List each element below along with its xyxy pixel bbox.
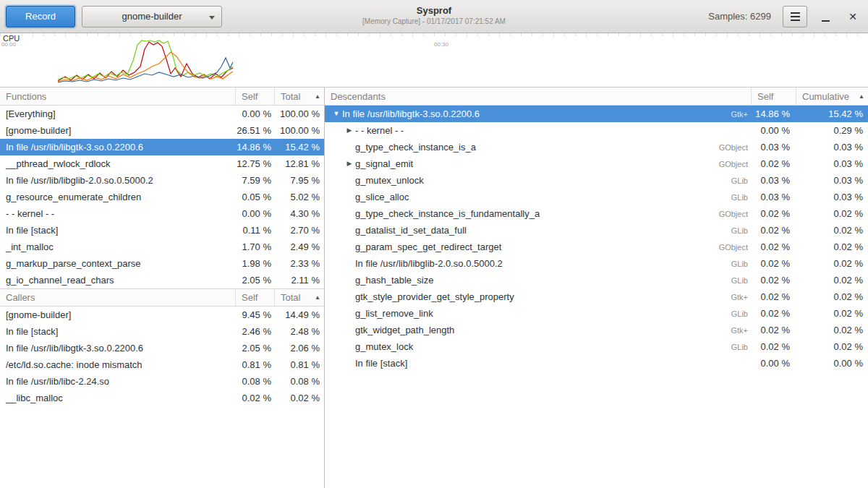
self-value: 0.02 % bbox=[751, 241, 796, 252]
function-name-cell: g_mutex_unlockGLib bbox=[325, 175, 751, 186]
library-tag: Gtk+ bbox=[731, 293, 751, 301]
cumulative-value: 0.02 % bbox=[796, 291, 868, 302]
table-row[interactable]: - - kernel - -0.00 %4.30 % bbox=[0, 205, 324, 222]
descendants-cumulative-column-header[interactable]: Cumulative ▲ bbox=[796, 87, 868, 105]
library-tag: GLib bbox=[731, 343, 751, 351]
function-name: In file /usr/lib/libgtk-3.so.0.2200.6 bbox=[342, 108, 480, 119]
library-tag: GObject bbox=[719, 143, 751, 152]
record-button[interactable]: Record bbox=[6, 6, 75, 27]
minimize-button[interactable] bbox=[816, 7, 835, 26]
table-row[interactable]: In file [stack]0.11 %2.70 % bbox=[0, 222, 324, 239]
table-row[interactable]: __libc_malloc0.02 %0.02 % bbox=[0, 390, 324, 406]
table-row[interactable]: g_mutex_lockGLib0.02 %0.02 % bbox=[325, 338, 868, 355]
chevron-right-icon[interactable]: ▶ bbox=[345, 122, 354, 139]
table-row[interactable]: In file /usr/lib/libglib-2.0.so.0.5000.2… bbox=[0, 172, 324, 189]
table-row[interactable]: /etc/ld.so.cache: inode mismatch0.81 %0.… bbox=[0, 356, 324, 373]
total-column-label: Total bbox=[281, 91, 300, 102]
self-value: 0.00 % bbox=[751, 358, 796, 369]
callers-self-column-header[interactable]: Self bbox=[235, 289, 274, 306]
total-value: 2.33 % bbox=[274, 258, 324, 269]
table-row[interactable]: ▼In file /usr/lib/libgtk-3.so.0.2200.6Gt… bbox=[325, 106, 868, 122]
table-row[interactable]: In file [stack]0.00 %0.00 % bbox=[325, 355, 868, 372]
function-name: _int_malloc bbox=[0, 241, 235, 252]
table-row[interactable]: g_io_channel_read_chars2.05 %2.11 % bbox=[0, 272, 324, 288]
cumulative-value: 0.02 % bbox=[796, 308, 868, 319]
cumulative-value: 0.02 % bbox=[796, 341, 868, 352]
total-value: 0.81 % bbox=[274, 359, 324, 370]
functions-column-header[interactable]: Functions bbox=[0, 87, 235, 105]
function-name: - - kernel - - bbox=[0, 208, 235, 219]
table-row[interactable]: __pthread_rwlock_rdlock12.75 %12.81 % bbox=[0, 155, 324, 172]
table-row[interactable]: ▶- - kernel - -0.00 %0.29 % bbox=[325, 122, 868, 139]
function-name: /etc/ld.so.cache: inode mismatch bbox=[0, 359, 235, 370]
table-row[interactable]: g_markup_parse_context_parse1.98 %2.33 % bbox=[0, 255, 324, 272]
function-name-cell: In file [stack] bbox=[325, 358, 751, 369]
table-row[interactable]: g_resource_enumerate_children0.05 %5.02 … bbox=[0, 189, 324, 205]
function-name: gtk_widget_path_length bbox=[355, 325, 454, 335]
table-row[interactable]: g_mutex_unlockGLib0.03 %0.03 % bbox=[325, 172, 868, 189]
function-name-cell: ▼In file /usr/lib/libgtk-3.so.0.2200.6Gt… bbox=[325, 106, 751, 122]
table-row[interactable]: gtk_style_provider_get_style_propertyGtk… bbox=[325, 288, 868, 305]
chevron-right-icon[interactable]: ▶ bbox=[345, 155, 354, 172]
self-value: 0.02 % bbox=[751, 258, 796, 269]
cpu-timeline[interactable]: CPU 00:00 00:30 bbox=[0, 33, 868, 87]
function-name: gtk_style_provider_get_style_property bbox=[355, 291, 514, 302]
functions-total-column-header[interactable]: Total ▲ bbox=[274, 87, 324, 105]
table-row[interactable]: g_hash_table_sizeGLib0.02 %0.02 % bbox=[325, 272, 868, 288]
chevron-down-icon[interactable]: ▼ bbox=[332, 106, 341, 122]
functions-self-column-header[interactable]: Self bbox=[235, 87, 274, 105]
self-value: 0.03 % bbox=[751, 192, 796, 202]
function-name: g_type_check_instance_is_a bbox=[355, 142, 476, 153]
function-name: g_mutex_unlock bbox=[355, 175, 424, 186]
self-value: 0.08 % bbox=[235, 376, 274, 387]
header-right-controls: Samples: 6299 ✕ bbox=[708, 6, 862, 27]
close-icon: ✕ bbox=[848, 11, 857, 22]
descendants-column-header[interactable]: Descendants bbox=[325, 87, 751, 105]
table-row[interactable]: In file [stack]2.46 %2.48 % bbox=[0, 323, 324, 340]
table-row[interactable]: g_slice_allocGLib0.03 %0.03 % bbox=[325, 189, 868, 205]
function-name: g_list_remove_link bbox=[355, 308, 433, 319]
cumulative-value: 15.42 % bbox=[796, 108, 868, 119]
table-row[interactable]: g_datalist_id_set_data_fullGLib0.02 %0.0… bbox=[325, 222, 868, 239]
table-row[interactable]: [gnome-builder]9.45 %14.49 % bbox=[0, 307, 324, 323]
table-row[interactable]: g_param_spec_get_redirect_targetGObject0… bbox=[325, 239, 868, 255]
cumulative-value: 0.03 % bbox=[796, 158, 868, 169]
total-value: 7.95 % bbox=[274, 175, 324, 186]
function-name-cell: g_mutex_lockGLib bbox=[325, 341, 751, 352]
table-row[interactable]: g_type_check_instance_is_fundamentally_a… bbox=[325, 205, 868, 222]
table-row[interactable]: gtk_widget_path_lengthGtk+0.02 %0.02 % bbox=[325, 322, 868, 338]
table-row[interactable]: In file /usr/lib/libgtk-3.so.0.2200.614.… bbox=[0, 139, 324, 155]
descendants-self-column-header[interactable]: Self bbox=[751, 87, 796, 105]
function-name-cell: g_param_spec_get_redirect_targetGObject bbox=[325, 241, 751, 252]
close-button[interactable]: ✕ bbox=[843, 7, 862, 26]
total-value: 4.30 % bbox=[274, 208, 324, 219]
library-tag: GObject bbox=[719, 160, 751, 168]
total-value: 0.08 % bbox=[274, 376, 324, 387]
self-value: 26.51 % bbox=[235, 125, 274, 136]
table-row[interactable]: g_type_check_instance_is_aGObject0.03 %0… bbox=[325, 139, 868, 155]
self-value: 0.11 % bbox=[235, 225, 274, 236]
callers-total-column-header[interactable]: Total ▲ bbox=[274, 289, 324, 306]
table-row[interactable]: In file /usr/lib/libglib-2.0.so.0.5000.2… bbox=[325, 255, 868, 272]
sort-ascending-icon: ▲ bbox=[312, 93, 320, 100]
table-row[interactable]: [Everything]0.00 %100.00 % bbox=[0, 106, 324, 122]
table-row[interactable]: g_list_remove_linkGLib0.02 %0.02 % bbox=[325, 305, 868, 322]
menu-button[interactable] bbox=[783, 6, 807, 27]
table-row[interactable]: In file /usr/lib/libgtk-3.so.0.2200.62.0… bbox=[0, 340, 324, 356]
self-value: 0.02 % bbox=[751, 275, 796, 286]
self-value: 2.05 % bbox=[235, 275, 274, 286]
table-row[interactable]: In file /usr/lib/libc-2.24.so0.08 %0.08 … bbox=[0, 373, 324, 390]
table-row[interactable]: [gnome-builder]26.51 %100.00 % bbox=[0, 122, 324, 139]
self-value: 12.75 % bbox=[235, 158, 274, 169]
process-selector[interactable]: gnome-builder bbox=[82, 6, 222, 27]
time-label-mid: 00:30 bbox=[434, 41, 448, 48]
callers-column-header[interactable]: Callers bbox=[0, 289, 235, 306]
table-row[interactable]: _int_malloc1.70 %2.49 % bbox=[0, 239, 324, 255]
descendants-table-header: Descendants Self Cumulative ▲ bbox=[325, 87, 868, 106]
library-tag: GLib bbox=[731, 309, 751, 318]
library-tag: GLib bbox=[731, 176, 751, 185]
table-row[interactable]: ▶g_signal_emitGObject0.02 %0.03 % bbox=[325, 155, 868, 172]
cumulative-value: 0.02 % bbox=[796, 325, 868, 335]
self-value: 0.03 % bbox=[751, 142, 796, 153]
function-name-cell: g_type_check_instance_is_fundamentally_a… bbox=[325, 208, 751, 219]
